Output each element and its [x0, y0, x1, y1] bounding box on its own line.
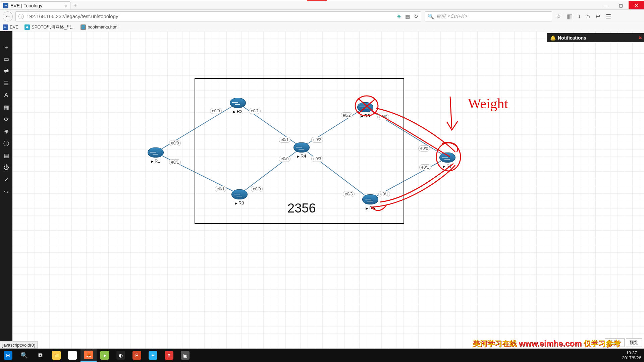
- power-button[interactable]: ⏻: [2, 164, 11, 171]
- shield-icon[interactable]: ◈: [397, 13, 401, 19]
- app-icon-1[interactable]: ●: [97, 349, 113, 362]
- system-tray[interactable]: 19:37 2017/8/26: [622, 350, 644, 360]
- router-r1[interactable]: R1: [148, 147, 164, 164]
- tab-close-icon[interactable]: ×: [65, 3, 67, 8]
- menu-icon[interactable]: ☰: [606, 13, 611, 20]
- bookmark-icon: ◆: [24, 24, 30, 30]
- nodes-button[interactable]: ▭: [2, 55, 11, 63]
- bookmark-label: EVE: [10, 24, 18, 29]
- browser-tabstrip: ∞ EVE | Topology × +: [0, 1, 644, 10]
- search-taskbar-icon[interactable]: 🔍: [16, 349, 32, 362]
- tab-favicon: ∞: [3, 3, 8, 8]
- router-icon: [231, 189, 248, 199]
- interface-label: e0/0: [279, 156, 290, 162]
- info-button[interactable]: ⓘ: [2, 140, 11, 147]
- bookmark-icon: ∞: [3, 24, 8, 30]
- networks-button[interactable]: ⇄: [2, 67, 11, 75]
- grid-button[interactable]: ▦: [2, 104, 11, 111]
- site-info-icon[interactable]: i: [18, 14, 24, 19]
- maximize-button[interactable]: ▢: [613, 1, 629, 9]
- windows-taskbar: ⊞ 🔍 ⧉ 📁 ◉ 🦊 ● ◐ P ✦ X ▣ 19:37 2017/8/26: [0, 349, 644, 362]
- app-icon-2[interactable]: ◐: [113, 349, 129, 362]
- add-node-button[interactable]: ＋: [2, 43, 11, 51]
- window-controls: — ▢ ✕: [598, 1, 644, 9]
- interface-label: e0/3: [343, 191, 355, 197]
- watermark: 美河学习在线 www.eimhe.com 仅学习参考: [473, 339, 621, 349]
- clock[interactable]: 19:37 2017/8/26: [622, 350, 641, 360]
- router-r4[interactable]: R4: [293, 142, 310, 159]
- powerpoint-icon[interactable]: P: [129, 349, 145, 362]
- clock-date: 2017/8/26: [622, 355, 641, 360]
- interface-label: e0/0: [418, 145, 430, 152]
- sync-icon[interactable]: ↩: [595, 13, 600, 20]
- notifications-label: Notifications: [558, 35, 586, 41]
- new-tab-button[interactable]: +: [70, 1, 80, 9]
- xmind-icon[interactable]: X: [161, 349, 177, 362]
- start-button[interactable]: ⊞: [0, 349, 16, 362]
- check-button[interactable]: ✓: [2, 176, 11, 183]
- interface-label: e0/1: [249, 108, 261, 114]
- bookmark-eve[interactable]: ∞EVE: [3, 24, 18, 30]
- router-label: R4: [293, 154, 310, 159]
- interface-label: e0/1: [169, 159, 181, 165]
- reload-icon[interactable]: ↻: [414, 13, 418, 19]
- interface-label: e0/1: [279, 137, 290, 143]
- clock-time: 19:37: [622, 350, 641, 355]
- router-label: R2: [230, 109, 246, 114]
- grid-icon[interactable]: ▦: [405, 13, 410, 19]
- router-label: R1: [148, 159, 164, 164]
- app-icon-3[interactable]: ✦: [145, 349, 161, 362]
- firefox-icon[interactable]: 🦊: [80, 349, 97, 362]
- eve-sidebar: ＋ ▭ ⇄ ☰ A ▦ ⟳ ⊕ ⓘ ▤ ⏻ ✓ ↪: [0, 31, 12, 349]
- router-r3[interactable]: R3: [231, 189, 248, 205]
- bookmark-label: bookmarks.html: [88, 24, 118, 29]
- bookmark-bookmarks-html[interactable]: 🌐bookmarks.html: [80, 24, 118, 30]
- window-close-button[interactable]: ✕: [629, 1, 644, 9]
- router-icon: [148, 147, 164, 158]
- notifications-panel[interactable]: 🔔 Notifications ✖: [547, 33, 644, 42]
- as-label: 2356: [287, 201, 316, 216]
- bookmark-spoto[interactable]: ◆SPOTO思博网络_思...: [24, 24, 74, 30]
- zoom-button[interactable]: ⊕: [2, 128, 11, 135]
- status-bar: javascript:void(0): [0, 341, 38, 349]
- router-r2[interactable]: R2: [230, 98, 246, 114]
- address-bar[interactable]: i 192.168.166.232/legacy/test.unl/topolo…: [15, 11, 421, 21]
- back-button[interactable]: ←: [3, 11, 13, 21]
- text-button[interactable]: A: [2, 92, 11, 99]
- downloads-icon[interactable]: ↓: [578, 13, 581, 20]
- search-bar[interactable]: 🔍 百度 <Ctrl+K>: [425, 11, 552, 21]
- router-r7[interactable]: R7: [439, 153, 455, 169]
- refresh-button[interactable]: ⟳: [2, 116, 11, 123]
- search-icon: 🔍: [428, 13, 434, 19]
- router-r5[interactable]: R5: [357, 102, 373, 118]
- browser-tab-active[interactable]: ∞ EVE | Topology ×: [0, 1, 70, 9]
- watermark-cn2: 仅学习参考: [584, 339, 621, 349]
- preview-button[interactable]: 预览: [626, 338, 642, 347]
- explorer-icon[interactable]: 📁: [48, 349, 64, 362]
- router-r6[interactable]: R6: [362, 194, 378, 210]
- library-icon[interactable]: ▥: [567, 13, 573, 20]
- router-label: R5: [357, 113, 373, 118]
- bookmark-label: SPOTO思博网络_思...: [32, 24, 74, 30]
- router-icon: [362, 194, 378, 204]
- app-icon-4[interactable]: ▣: [177, 349, 193, 362]
- minimize-button[interactable]: —: [598, 1, 613, 9]
- addr-right-icons: ◈ ▦ ↻: [397, 13, 418, 19]
- list-button[interactable]: ☰: [2, 79, 11, 87]
- bookmark-star-icon[interactable]: ☆: [556, 13, 561, 20]
- chrome-icon[interactable]: ◉: [64, 349, 80, 362]
- notifications-close-icon[interactable]: ✖: [639, 36, 642, 40]
- taskview-icon[interactable]: ⧉: [32, 349, 48, 362]
- tab-title: EVE | Topology: [10, 3, 42, 8]
- logout-button[interactable]: ↪: [2, 188, 11, 195]
- doc-button[interactable]: ▤: [2, 152, 11, 159]
- interface-label: e0/2: [311, 137, 323, 143]
- router-label: R3: [231, 200, 248, 205]
- url-text: 192.168.166.232/legacy/test.unl/topology: [26, 13, 118, 19]
- search-placeholder: 百度 <Ctrl+K>: [436, 13, 468, 19]
- watermark-cn1: 美河学习在线: [473, 339, 517, 349]
- router-label: R6: [362, 205, 378, 210]
- browser-toolbar: ← i 192.168.166.232/legacy/test.unl/topo…: [0, 10, 644, 23]
- interface-label: e0/1: [378, 191, 390, 197]
- home-icon[interactable]: ⌂: [586, 13, 590, 20]
